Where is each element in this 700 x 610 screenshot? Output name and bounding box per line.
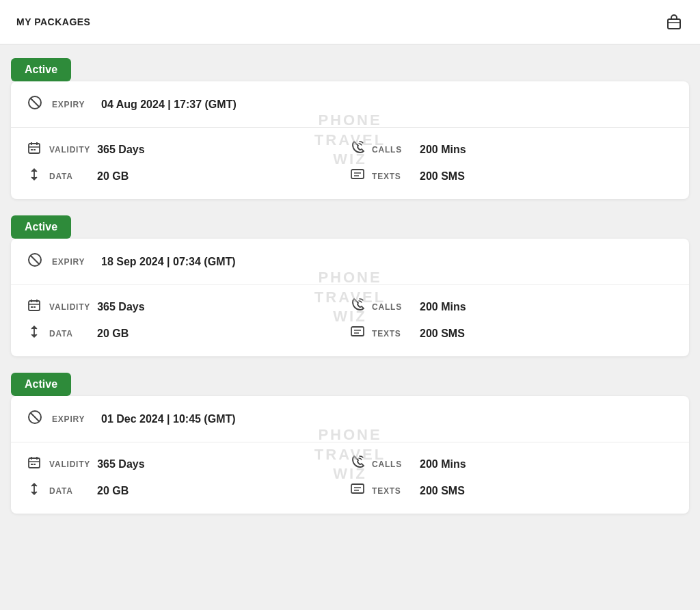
- texts-value-2: 200 SMS: [420, 328, 465, 340]
- expiry-label-1: EXPIRY: [52, 100, 93, 109]
- calendar-icon-2: [27, 298, 42, 315]
- details-row-1-bottom: DATA 20 GB TEXTS 200 SMS: [11, 159, 689, 199]
- texts-item-2: TEXTS 200 SMS: [350, 324, 673, 343]
- data-value-1: 20 GB: [97, 170, 129, 183]
- active-badge-3: Active: [11, 373, 71, 396]
- svg-rect-33: [33, 464, 36, 465]
- svg-rect-23: [351, 327, 364, 336]
- texts-icon-3: [350, 481, 365, 500]
- svg-rect-32: [31, 464, 33, 465]
- data-value-3: 20 GB: [97, 485, 129, 497]
- svg-rect-4: [29, 144, 40, 153]
- details-row-2-bottom: DATA 20 GB TEXTS 200 SMS: [11, 316, 689, 356]
- expiry-label-2: EXPIRY: [52, 257, 93, 267]
- data-item-3: DATA 20 GB: [27, 482, 350, 499]
- data-icon-3: [27, 482, 42, 499]
- expiry-value-2: 18 Sep 2024 | 07:34 (GMT): [101, 256, 236, 268]
- data-label-1: DATA: [49, 172, 90, 181]
- package-card-2: PHONE TRAVEL WIZ EXPIRY 18 Sep 2024 | 07…: [11, 239, 689, 356]
- validity-item-1: VALIDITY 365 Days: [27, 141, 350, 158]
- calls-icon-1: [350, 140, 365, 159]
- texts-label-1: TEXTS: [372, 172, 413, 181]
- details-row-3-top: VALIDITY 365 Days CALLS 200 Mins: [11, 442, 689, 473]
- package-section-3: Active PHONE TRAVEL WIZ EXPIRY: [11, 373, 689, 514]
- svg-rect-9: [33, 149, 36, 150]
- data-value-2: 20 GB: [97, 328, 129, 340]
- data-icon-1: [27, 168, 42, 185]
- svg-rect-16: [29, 301, 40, 310]
- data-item-2: DATA 20 GB: [27, 325, 350, 342]
- svg-rect-11: [351, 170, 364, 178]
- expiry-icon-3: [27, 410, 44, 428]
- header: MY PACKAGES: [0, 0, 700, 44]
- expiry-icon-2: [27, 252, 44, 271]
- calls-icon-2: [350, 297, 365, 316]
- data-label-3: DATA: [49, 486, 90, 496]
- calls-item-1: CALLS 200 Mins: [350, 140, 673, 159]
- svg-rect-20: [31, 306, 33, 308]
- content-area: Active PHONE TRAVEL WIZ: [0, 44, 700, 527]
- data-icon-2: [27, 325, 42, 342]
- data-label-2: DATA: [49, 329, 90, 339]
- svg-rect-35: [351, 484, 364, 493]
- svg-line-3: [31, 98, 40, 107]
- details-row-3-bottom: DATA 20 GB TEXTS 200 SMS: [11, 473, 689, 514]
- calls-value-2: 200 Mins: [420, 301, 466, 313]
- svg-line-27: [31, 413, 40, 422]
- expiry-value-1: 04 Aug 2024 | 17:37 (GMT): [101, 98, 237, 111]
- details-row-1-top: VALIDITY 365 Days CALLS 200 Mins: [11, 128, 689, 159]
- validity-item-3: VALIDITY 365 Days: [27, 455, 350, 473]
- texts-icon-1: [350, 167, 365, 185]
- calls-item-2: CALLS 200 Mins: [350, 297, 673, 316]
- calls-value-3: 200 Mins: [420, 458, 466, 470]
- texts-label-3: TEXTS: [372, 486, 413, 496]
- svg-rect-21: [33, 306, 36, 308]
- data-item-1: DATA 20 GB: [27, 168, 350, 185]
- expiry-row-1: EXPIRY 04 Aug 2024 | 17:37 (GMT): [11, 81, 689, 128]
- expiry-label-3: EXPIRY: [52, 414, 93, 424]
- validity-value-3: 365 Days: [97, 458, 144, 470]
- expiry-icon-1: [27, 95, 44, 114]
- active-badge-1: Active: [11, 58, 71, 81]
- validity-label-3: VALIDITY: [49, 460, 90, 469]
- details-row-2-top: VALIDITY 365 Days CALLS 200 Mins: [11, 285, 689, 316]
- texts-label-2: TEXTS: [372, 329, 413, 339]
- calendar-icon-1: [27, 141, 42, 158]
- calls-label-1: CALLS: [372, 145, 413, 155]
- calls-item-3: CALLS 200 Mins: [350, 455, 673, 473]
- texts-item-3: TEXTS 200 SMS: [350, 481, 673, 500]
- expiry-row-2: EXPIRY 18 Sep 2024 | 07:34 (GMT): [11, 239, 689, 285]
- validity-label-1: VALIDITY: [49, 145, 90, 155]
- expiry-value-3: 01 Dec 2024 | 10:45 (GMT): [101, 413, 236, 425]
- expiry-row-3: EXPIRY 01 Dec 2024 | 10:45 (GMT): [11, 396, 689, 442]
- svg-rect-8: [31, 149, 33, 150]
- page-wrapper: MY PACKAGES Active PHONE TRAVEL WIZ: [0, 0, 700, 610]
- active-badge-2: Active: [11, 215, 71, 239]
- calls-value-1: 200 Mins: [420, 144, 466, 156]
- svg-line-15: [31, 256, 40, 265]
- texts-item-1: TEXTS 200 SMS: [350, 167, 673, 185]
- texts-icon-2: [350, 324, 365, 343]
- package-section-1: Active PHONE TRAVEL WIZ: [11, 58, 689, 199]
- calls-icon-3: [350, 455, 365, 473]
- texts-value-1: 200 SMS: [420, 170, 465, 183]
- package-card-3: PHONE TRAVEL WIZ EXPIRY 01 Dec 2024 | 10…: [11, 396, 689, 514]
- calls-label-2: CALLS: [372, 302, 413, 312]
- page-title: MY PACKAGES: [16, 16, 90, 27]
- calls-label-3: CALLS: [372, 460, 413, 469]
- texts-value-3: 200 SMS: [420, 485, 465, 497]
- validity-value-1: 365 Days: [97, 144, 144, 156]
- calendar-icon-3: [27, 455, 42, 473]
- validity-item-2: VALIDITY 365 Days: [27, 298, 350, 315]
- svg-rect-28: [29, 458, 40, 468]
- bag-icon[interactable]: [664, 12, 684, 31]
- validity-label-2: VALIDITY: [49, 302, 90, 312]
- package-section-2: Active PHONE TRAVEL WIZ EXPIRY: [11, 215, 689, 356]
- package-card-1: PHONE TRAVEL WIZ EXPIRY 04 Aug 2024 | 17…: [11, 81, 689, 199]
- validity-value-2: 365 Days: [97, 301, 144, 313]
- svg-rect-0: [668, 19, 680, 29]
